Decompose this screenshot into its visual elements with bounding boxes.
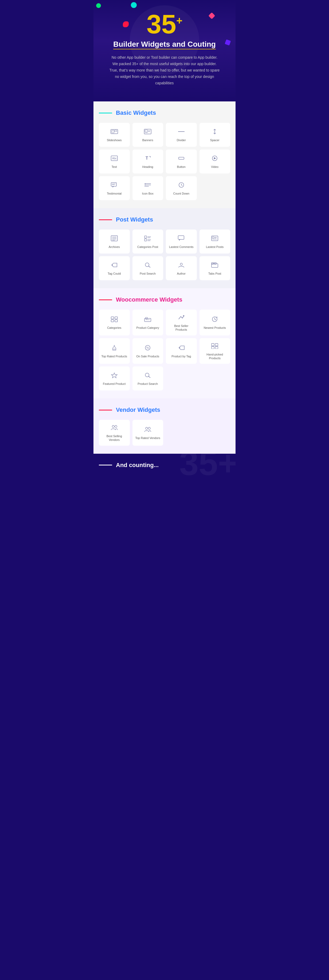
widget-tag-could[interactable]: Tag Could [99, 256, 130, 280]
widget-icon-box[interactable]: Icon Box [133, 176, 163, 200]
tabs-post-label: Tabs Post [208, 272, 221, 275]
widget-best-selling-vendors[interactable]: Best Selling Vendors [99, 420, 130, 446]
hero-section: 35+ Builder Widgets and Couting No other… [93, 0, 236, 102]
hand-picked-products-icon [211, 343, 219, 350]
featured-product-icon [110, 372, 118, 379]
woo-widgets-row3: Featured Product Product Search [99, 366, 230, 390]
decoration-blob-green [96, 3, 101, 8]
top-rated-products-icon [110, 345, 118, 352]
widget-categories[interactable]: Categories [99, 310, 130, 336]
widget-heading[interactable]: T Heading [133, 150, 163, 173]
widget-testimonial[interactable]: Testimonial [99, 176, 130, 200]
widget-categories-post[interactable]: Categories Post [133, 229, 163, 253]
woo-widgets-row1: Categories Product Category Best Seller … [99, 310, 230, 336]
svg-point-22 [145, 183, 146, 184]
widget-count-down[interactable]: Count Down [166, 176, 197, 200]
widget-lastest-posts[interactable]: Lastest Posts [200, 229, 230, 253]
archives-label: Archives [109, 245, 120, 249]
hero-title: Builder Widgets and Couting [101, 40, 228, 49]
widget-slideshows[interactable]: Slideshows [99, 123, 130, 147]
svg-point-63 [179, 347, 180, 348]
widget-text[interactable]: Abc Text [99, 150, 130, 173]
svg-line-46 [149, 266, 150, 267]
hero-number: 35+ [147, 11, 183, 37]
svg-point-59 [216, 317, 218, 318]
heading-label: Heading [142, 165, 153, 169]
widget-hand-picked-products[interactable]: Hand-picked Products [200, 338, 230, 364]
button-label: Button [177, 165, 185, 169]
svg-rect-40 [212, 237, 214, 238]
heading-icon: T [144, 155, 152, 162]
svg-line-26 [181, 185, 182, 186]
newest-products-label: Newest Products [204, 326, 226, 329]
hero-description: No other App builder or Tool builder can… [109, 54, 220, 86]
divider-icon [177, 129, 185, 135]
icon-box-label: Icon Box [142, 192, 153, 196]
product-search-icon [144, 372, 152, 379]
widget-post-search[interactable]: Post Search [133, 256, 163, 280]
newest-products-icon [211, 316, 219, 323]
woo-section-line [99, 299, 112, 300]
post-search-icon [144, 262, 152, 269]
basic-widgets-header: Basic Widgets [99, 110, 230, 116]
product-category-icon [144, 316, 152, 323]
top-rated-products-label: Top Rated Products [101, 355, 127, 358]
post-section-line [99, 220, 112, 220]
woo-widgets-header: Woocommerce Widgets [99, 296, 230, 303]
lastest-comments-icon [177, 235, 185, 242]
svg-rect-13 [179, 157, 184, 159]
tag-could-label: Tag Could [108, 272, 121, 275]
widget-featured-product[interactable]: Featured Product [99, 366, 130, 390]
widget-top-rated-products[interactable]: Top Rated Products [99, 338, 130, 364]
divider-label: Divider [177, 138, 186, 142]
widget-best-seller-products[interactable]: Best Seller Products [166, 310, 197, 336]
svg-rect-64 [211, 344, 214, 346]
widget-product-by-tag[interactable]: Product by Tag [166, 338, 197, 364]
svg-rect-65 [215, 344, 218, 346]
post-section-title: Post Widgets [116, 216, 153, 223]
svg-point-74 [148, 427, 150, 430]
video-label: Video [211, 165, 219, 169]
widget-product-category[interactable]: Product Category [133, 310, 163, 336]
post-widgets-section: Post Widgets Archives Categories Post La… [93, 208, 236, 288]
widget-archives[interactable]: Archives [99, 229, 130, 253]
product-category-label: Product Category [136, 326, 159, 329]
widget-spacer[interactable]: Spacer [200, 123, 230, 147]
svg-point-45 [145, 263, 149, 267]
best-selling-vendors-icon [110, 425, 118, 431]
lastest-posts-icon [211, 235, 219, 242]
svg-rect-4 [145, 130, 148, 132]
on-sale-products-icon: % [144, 345, 152, 352]
svg-rect-50 [214, 262, 216, 264]
widget-tabs-post[interactable]: Tabs Post [200, 256, 230, 280]
widget-newest-products[interactable]: Newest Products [200, 310, 230, 336]
tabs-post-icon [211, 262, 219, 269]
widget-banners[interactable]: Banners [133, 123, 163, 147]
ending-text: And counting... [116, 462, 159, 469]
categories-post-label: Categories Post [137, 245, 158, 249]
svg-text:Abc: Abc [112, 157, 117, 160]
vendor-section-line [99, 410, 112, 410]
categories-icon [110, 316, 118, 323]
basic-widgets-section: Basic Widgets Slideshows Banners Divider [93, 102, 236, 208]
svg-marker-68 [111, 373, 117, 378]
widget-video[interactable]: Video [200, 150, 230, 173]
widget-divider[interactable]: Divider [166, 123, 197, 147]
widget-top-rated-vendors[interactable]: Top Rated Vendors [133, 420, 163, 446]
svg-marker-15 [214, 157, 216, 159]
banners-icon [144, 129, 152, 135]
svg-point-71 [112, 425, 114, 428]
vendor-section-title: Vendor Widgets [116, 406, 160, 414]
svg-rect-54 [115, 320, 118, 322]
widget-lastest-comments[interactable]: Lastest Comments [166, 229, 197, 253]
widget-author[interactable]: Author [166, 256, 197, 280]
and-counting-container: And counting... [93, 454, 236, 474]
testimonial-label: Testimonial [107, 192, 121, 196]
svg-text:%: % [146, 346, 149, 349]
basic-section-title: Basic Widgets [116, 110, 156, 116]
widget-product-search[interactable]: Product Search [133, 366, 163, 390]
count-down-icon [177, 182, 185, 189]
woo-widgets-row2: Top Rated Products % On Sale Products Pr… [99, 338, 230, 364]
widget-button[interactable]: Button [166, 150, 197, 173]
widget-on-sale-products[interactable]: % On Sale Products [133, 338, 163, 364]
